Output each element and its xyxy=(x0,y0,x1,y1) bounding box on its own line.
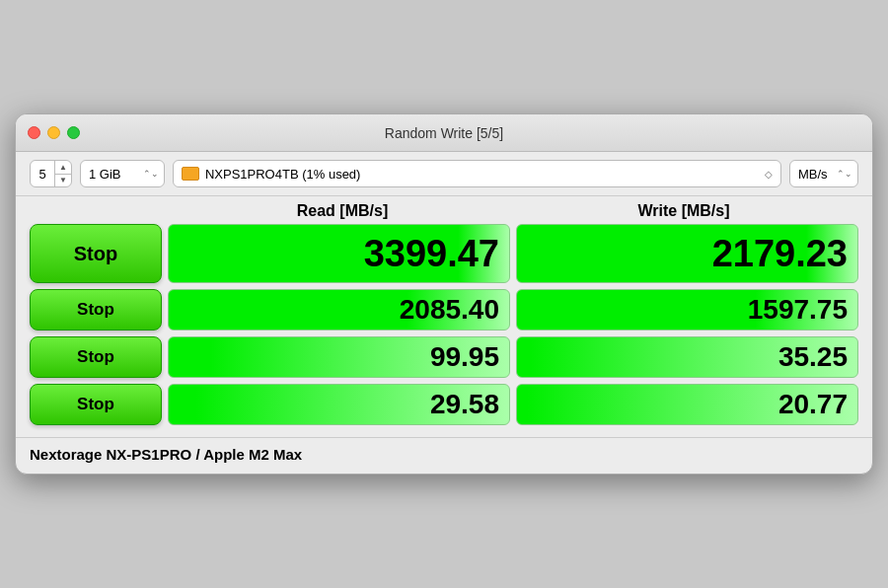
disk-selector[interactable]: NXPS1PRO4TB (1% used) ◇ xyxy=(173,160,781,187)
count-stepper[interactable]: 5 ▲ ▼ xyxy=(30,160,72,187)
content-area: Read [MB/s] Write [MB/s] Stop 3399.47 21… xyxy=(16,196,872,437)
size-select[interactable]: 1 GiB 512 MiB 256 MiB xyxy=(80,160,165,187)
maximize-button[interactable] xyxy=(67,126,80,139)
write-value-2: 1597.75 xyxy=(748,294,848,326)
close-button[interactable] xyxy=(28,126,40,139)
write-value-4: 20.77 xyxy=(778,389,848,420)
write-value-3: 35.25 xyxy=(778,341,848,373)
read-cell-3: 99.95 xyxy=(168,336,510,378)
device-label: Nextorage NX-PS1PRO / Apple M2 Max xyxy=(30,446,302,463)
read-value-4: 29.58 xyxy=(430,389,499,420)
units-select-wrapper[interactable]: MB/s GB/s xyxy=(789,160,858,187)
footer: Nextorage NX-PS1PRO / Apple M2 Max xyxy=(16,437,872,474)
traffic-lights xyxy=(28,126,80,139)
read-cell-1: 3399.47 xyxy=(168,224,510,283)
size-select-wrapper[interactable]: 1 GiB 512 MiB 256 MiB xyxy=(80,160,165,187)
read-cell-4: 29.58 xyxy=(168,384,510,425)
read-value-2: 2085.40 xyxy=(400,294,499,326)
write-cell-3: 35.25 xyxy=(516,336,858,378)
stop-button-4[interactable]: Stop xyxy=(30,384,162,425)
read-cell-2: 2085.40 xyxy=(168,289,510,331)
write-cell-2: 1597.75 xyxy=(516,289,858,331)
benchmark-row-3: Stop 99.95 35.25 xyxy=(30,336,858,378)
disk-icon xyxy=(182,167,199,181)
benchmark-row-4: Stop 29.58 20.77 xyxy=(30,384,858,425)
disk-selector-text: NXPS1PRO4TB (1% used) xyxy=(205,167,759,182)
write-cell-4: 20.77 xyxy=(516,384,858,425)
write-cell-1: 2179.23 xyxy=(516,224,858,283)
stop-button-2[interactable]: Stop xyxy=(30,289,162,331)
read-header: Read [MB/s] xyxy=(172,202,513,220)
toolbar: 5 ▲ ▼ 1 GiB 512 MiB 256 MiB NXPS1PRO4TB … xyxy=(16,152,872,196)
stepper-arrows: ▲ ▼ xyxy=(54,161,71,186)
count-value: 5 xyxy=(31,167,54,182)
count-down-arrow[interactable]: ▼ xyxy=(55,175,71,187)
read-value-3: 99.95 xyxy=(430,341,499,373)
disk-chevron-icon: ◇ xyxy=(765,169,773,180)
stop-button-1[interactable]: Stop xyxy=(30,224,162,283)
benchmark-row-2: Stop 2085.40 1597.75 xyxy=(30,289,858,331)
write-value-1: 2179.23 xyxy=(712,233,848,275)
title-bar: Random Write [5/5] xyxy=(16,114,872,152)
units-select[interactable]: MB/s GB/s xyxy=(789,160,858,187)
minimize-button[interactable] xyxy=(47,126,60,139)
write-header: Write [MB/s] xyxy=(513,202,854,220)
window-title: Random Write [5/5] xyxy=(385,125,503,141)
read-value-1: 3399.47 xyxy=(364,233,499,275)
column-headers: Read [MB/s] Write [MB/s] xyxy=(30,202,858,220)
count-up-arrow[interactable]: ▲ xyxy=(55,161,71,175)
stop-button-3[interactable]: Stop xyxy=(30,336,162,378)
benchmark-row-1: Stop 3399.47 2179.23 xyxy=(30,224,858,283)
app-window: Random Write [5/5] 5 ▲ ▼ 1 GiB 512 MiB 2… xyxy=(15,113,873,475)
